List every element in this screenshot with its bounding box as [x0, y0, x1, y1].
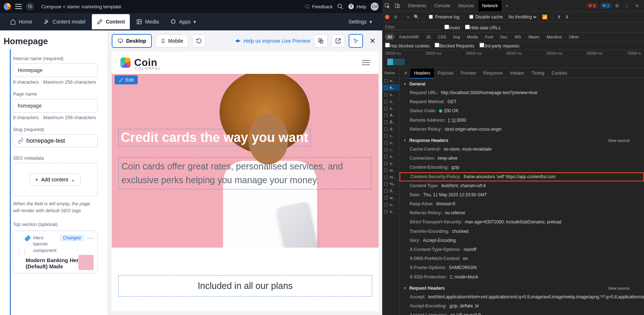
request-row[interactable]: B..: [382, 119, 399, 126]
third-party-checkbox[interactable]: 3rd-party requests: [479, 43, 519, 49]
record-icon[interactable]: [385, 15, 389, 19]
kebab-icon[interactable]: ⋮: [622, 3, 632, 8]
request-row[interactable]: s..: [382, 139, 399, 146]
blocked-cookies-checkbox[interactable]: Has blocked cookies: [385, 43, 430, 49]
view-source-link[interactable]: View source: [608, 286, 630, 290]
request-row[interactable]: s..: [382, 208, 399, 215]
nav-apps[interactable]: Apps ▾: [165, 14, 201, 29]
request-row[interactable]: %..: [382, 181, 399, 188]
hero-heading[interactable]: Credit cards the way you want: [118, 129, 311, 146]
request-list[interactable]: Name e..h..s..s..s..A..B..d..c..s..r..s.…: [382, 68, 400, 315]
filter-chip-fetch/xhr[interactable]: Fetch/XHR: [397, 34, 421, 40]
desktop-toggle[interactable]: Desktop: [112, 34, 152, 48]
refresh-button[interactable]: [192, 34, 206, 47]
plans-heading[interactable]: Included in all our plans: [118, 275, 372, 297]
download-icon[interactable]: ⬇: [565, 14, 569, 20]
feedback-button[interactable]: Feedback: [305, 4, 333, 9]
request-row[interactable]: 8..: [382, 188, 399, 194]
internal-name-input[interactable]: [13, 63, 98, 77]
nav-home[interactable]: Home: [5, 14, 37, 29]
request-row[interactable]: w..: [382, 167, 399, 174]
search-icon[interactable]: [337, 3, 344, 10]
wifi-icon[interactable]: 📶: [542, 14, 547, 20]
contentful-logo[interactable]: [4, 3, 11, 10]
subtab-response[interactable]: Response: [479, 68, 506, 78]
breadcrumb[interactable]: Compose + starter marketing template: [38, 3, 124, 10]
filter-chip-ws[interactable]: WS: [512, 34, 524, 40]
site-menu-icon[interactable]: [362, 60, 370, 65]
slug-input[interactable]: homepage-test: [13, 134, 98, 147]
subtab-initiator[interactable]: Initiator: [506, 68, 528, 78]
hide-data-urls-checkbox[interactable]: Hide data URLs: [465, 25, 500, 30]
close-detail-icon[interactable]: ✕: [402, 71, 410, 76]
hero-reference-card[interactable]: ⋮⋮ Hero banner component Changed ⋯ Moder…: [13, 231, 98, 274]
close-icon[interactable]: ✕: [632, 3, 642, 8]
subtab-timing[interactable]: Timing: [528, 68, 548, 78]
hero-paragraph[interactable]: Coin cards offer great rates, personalis…: [118, 157, 371, 189]
clear-icon[interactable]: ⊘: [394, 14, 397, 20]
disable-cache-checkbox[interactable]: Disable cache: [469, 14, 503, 20]
request-detail[interactable]: ✕ HeadersPayloadPreviewResponseInitiator…: [400, 68, 644, 315]
filter-chip-img[interactable]: Img: [451, 34, 462, 40]
inspect-button[interactable]: [349, 34, 363, 48]
filter-chip-js[interactable]: JS: [423, 34, 433, 40]
request-row[interactable]: d..: [382, 126, 399, 133]
more-tabs-icon[interactable]: »: [502, 3, 512, 8]
menu-icon[interactable]: [15, 4, 22, 9]
request-row[interactable]: o..: [382, 201, 399, 208]
filter-chip-manifest[interactable]: Manifest: [544, 34, 564, 40]
request-row[interactable]: e..: [382, 77, 399, 84]
request-row[interactable]: m..: [382, 174, 399, 181]
copy-button[interactable]: [314, 34, 328, 47]
improve-link[interactable]: Help us improve Live Preview: [235, 38, 310, 44]
device-toggle-icon[interactable]: [394, 3, 404, 9]
search-icon[interactable]: 🔍: [414, 14, 419, 20]
request-row[interactable]: s..: [382, 91, 399, 98]
nav-media[interactable]: Media: [131, 14, 164, 29]
request-row[interactable]: A..: [382, 112, 399, 119]
request-row[interactable]: s..: [382, 160, 399, 167]
view-source-link[interactable]: View source: [608, 138, 630, 143]
request-row[interactable]: c..: [382, 133, 399, 139]
request-row[interactable]: w..: [382, 194, 399, 201]
mobile-toggle[interactable]: Mobile: [155, 34, 188, 47]
nav-content[interactable]: Content: [92, 14, 130, 29]
request-row[interactable]: r..: [382, 146, 399, 153]
filter-chip-wasm[interactable]: Wasm: [526, 34, 542, 40]
tab-network[interactable]: Network: [478, 0, 502, 11]
subtab-cookies[interactable]: Cookies: [548, 68, 571, 78]
filter-chip-font[interactable]: Font: [483, 34, 496, 40]
filter-chip-all[interactable]: All: [385, 34, 394, 40]
tab-console[interactable]: Console: [431, 0, 454, 11]
waterfall-overview[interactable]: 10000 ms20000 ms30000 ms40000 ms50000 ms…: [382, 50, 644, 68]
tab-sources[interactable]: Sources: [455, 0, 478, 11]
request-row[interactable]: s..: [382, 98, 399, 105]
nav-settings[interactable]: Settings ▾: [343, 14, 377, 29]
gear-icon[interactable]: ⚙: [612, 3, 622, 8]
filter-chip-css[interactable]: CSS: [435, 34, 449, 40]
add-content-button[interactable]: + Add content ⌄: [30, 173, 81, 186]
request-row[interactable]: s..: [382, 105, 399, 112]
upload-icon[interactable]: ⬆: [557, 14, 561, 20]
tab-elements[interactable]: Elements: [405, 0, 430, 11]
subtab-headers[interactable]: Headers: [410, 68, 434, 79]
subtab-preview[interactable]: Preview: [457, 68, 480, 78]
error-count[interactable]: ⊘6: [587, 3, 598, 8]
more-icon[interactable]: ⋯: [87, 235, 94, 241]
filter-input[interactable]: Filter: [385, 25, 439, 30]
close-icon[interactable]: ✕: [367, 37, 379, 45]
edit-overlay-button[interactable]: Edit: [115, 75, 138, 84]
throttling-select[interactable]: No throttling: [507, 14, 538, 20]
open-external-button[interactable]: [331, 34, 345, 47]
invert-checkbox[interactable]: Invert: [444, 25, 460, 30]
preserve-log-checkbox[interactable]: Preserve log: [429, 14, 459, 20]
filter-chip-other[interactable]: Other: [566, 34, 581, 40]
nav-content-model[interactable]: Content model: [39, 14, 90, 29]
fields-panel[interactable]: Internal name (required) 8 charactersMax…: [0, 49, 108, 315]
request-row[interactable]: s..: [382, 153, 399, 160]
user-avatar[interactable]: CH: [371, 3, 379, 10]
subtab-payload[interactable]: Payload: [434, 68, 457, 78]
page-name-input[interactable]: [13, 99, 98, 113]
inspect-element-icon[interactable]: [384, 3, 394, 9]
space-avatar[interactable]: TE: [26, 3, 34, 10]
